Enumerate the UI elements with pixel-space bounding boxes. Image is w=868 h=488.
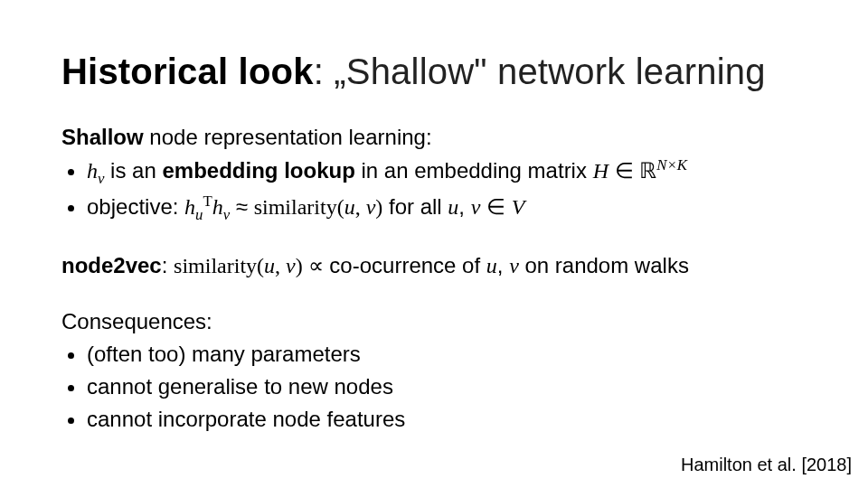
slide-body: Shallow node representation learning: hv… — [61, 121, 807, 436]
consequences-lead: Consequences: — [61, 305, 807, 338]
slide-title: Historical look: „Shallow" network learn… — [61, 51, 807, 92]
matrix-H: H — [593, 159, 609, 183]
consequences-section: Consequences: (often too) many parameter… — [61, 305, 807, 436]
bullet-embedding-lookup: hv is an embedding lookup in an embeddin… — [87, 154, 807, 190]
bullet-objective: objective: huThv ≈ similarity(u, v) for … — [87, 190, 807, 226]
title-bold: Historical look — [61, 52, 314, 91]
shallow-section: Shallow node representation learning: hv… — [61, 121, 807, 226]
embedding-lookup-bold: embedding lookup — [162, 158, 354, 183]
real-numbers: ℝ — [639, 159, 656, 183]
similarity-fn: similarity(u, v) — [254, 195, 383, 219]
proportional-symbol: ∝ — [308, 253, 324, 277]
shallow-bullets: hv is an embedding lookup in an embeddin… — [87, 154, 807, 226]
shallow-lead: Shallow node representation learning: — [61, 121, 807, 154]
hv-symbol: hv — [87, 159, 104, 183]
shallow-lead-rest: node representation learning: — [144, 125, 432, 149]
dimensions-NK: N×K — [656, 156, 687, 174]
node2vec-section: node2vec: similarity(u, v) ∝ co-ocurrenc… — [61, 249, 807, 282]
title-rest: : „Shallow" network learning — [314, 52, 766, 91]
huT-hv: huThv — [184, 195, 230, 219]
citation-author: Hamilton et al. — [681, 455, 797, 474]
bullet-no-features: cannot incorporate node features — [87, 403, 807, 436]
bullet-many-params: (often too) many parameters — [87, 338, 807, 371]
consequences-bullets: (often too) many parameters cannot gener… — [87, 338, 807, 436]
node2vec-lead: node2vec — [61, 253, 162, 277]
similarity-fn2: similarity(u, v) — [174, 254, 308, 277]
shallow-lead-bold: Shallow — [61, 125, 144, 149]
citation: Hamilton et al. [2018] — [681, 455, 852, 475]
slide: Historical look: „Shallow" network learn… — [0, 0, 868, 488]
bullet-no-generalise: cannot generalise to new nodes — [87, 371, 807, 403]
citation-year: [2018] — [797, 455, 852, 474]
